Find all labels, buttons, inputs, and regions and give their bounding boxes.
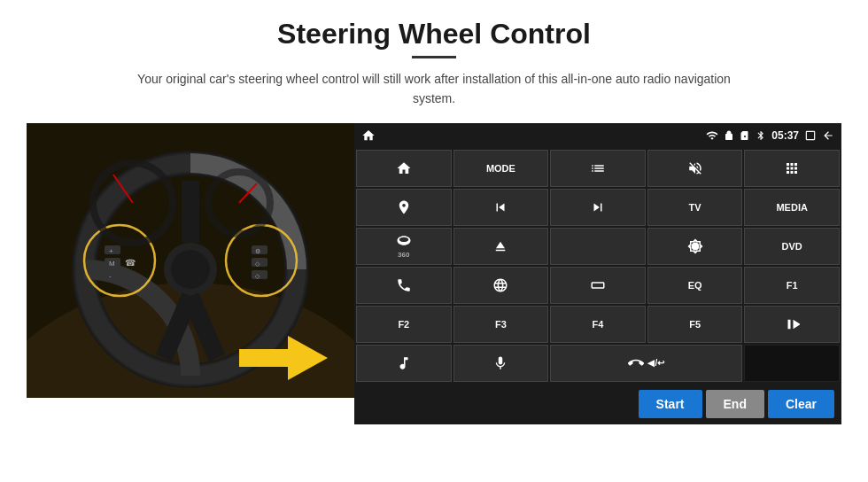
radio-panel: 05:37 MODE xyxy=(354,123,841,424)
btn-f4[interactable]: F4 xyxy=(550,306,646,343)
btn-eq[interactable]: EQ xyxy=(647,267,743,304)
btn-brightness[interactable] xyxy=(647,228,743,265)
btn-apps[interactable] xyxy=(744,150,840,187)
btn-mode[interactable]: MODE xyxy=(453,150,549,187)
btn-prev[interactable] xyxy=(453,189,549,226)
back-icon xyxy=(822,129,834,142)
end-button[interactable]: End xyxy=(706,390,764,418)
svg-text:M: M xyxy=(109,260,115,268)
start-button[interactable]: Start xyxy=(639,390,702,418)
status-left xyxy=(361,128,376,143)
page-container: Steering Wheel Control Your original car… xyxy=(0,0,868,482)
btn-list[interactable] xyxy=(550,150,646,187)
btn-f5[interactable]: F5 xyxy=(647,306,743,343)
btn-home[interactable] xyxy=(356,150,452,187)
clear-button[interactable]: Clear xyxy=(768,390,834,418)
btn-phone[interactable] xyxy=(356,267,452,304)
bluetooth-icon xyxy=(756,130,766,141)
svg-rect-13 xyxy=(105,270,120,279)
svg-rect-20 xyxy=(252,258,267,267)
btn-f2[interactable]: F2 xyxy=(356,306,452,343)
content-area: + M - ☎ ⚙ ◇ ◇ xyxy=(27,123,841,424)
btn-media[interactable]: MEDIA xyxy=(744,189,840,226)
svg-text:⚙: ⚙ xyxy=(255,248,260,254)
btn-dvd[interactable]: DVD xyxy=(744,228,840,265)
car-image-panel: + M - ☎ ⚙ ◇ ◇ xyxy=(27,123,354,398)
svg-rect-21 xyxy=(252,270,267,279)
btn-f3[interactable]: F3 xyxy=(453,306,549,343)
svg-text:☎: ☎ xyxy=(125,258,136,268)
btn-screen[interactable] xyxy=(550,267,646,304)
btn-360[interactable]: 360 xyxy=(356,228,452,265)
btn-mic[interactable] xyxy=(453,345,549,382)
window-icon xyxy=(804,129,817,142)
btn-radio[interactable] xyxy=(550,228,646,265)
btn-f1[interactable]: F1 xyxy=(744,267,840,304)
btn-next[interactable] xyxy=(550,189,646,226)
wifi-icon xyxy=(706,129,718,142)
sim-icon xyxy=(740,130,750,141)
status-time: 05:37 xyxy=(771,129,799,142)
status-home-icon xyxy=(361,128,376,143)
btn-mute[interactable] xyxy=(647,150,743,187)
svg-text:+: + xyxy=(109,247,113,255)
btn-empty xyxy=(744,345,840,382)
btn-eject[interactable] xyxy=(453,228,549,265)
svg-text:-: - xyxy=(109,272,112,280)
btn-nav[interactable] xyxy=(356,189,452,226)
btn-browser[interactable] xyxy=(453,267,549,304)
btn-tv[interactable]: TV xyxy=(647,189,743,226)
svg-rect-26 xyxy=(239,349,292,367)
btn-music[interactable] xyxy=(356,345,452,382)
btn-playpause[interactable] xyxy=(744,306,840,343)
page-title: Steering Wheel Control xyxy=(277,18,591,51)
page-subtitle: Your original car's steering wheel contr… xyxy=(124,69,744,109)
bottom-bar: Start End Clear xyxy=(354,384,841,424)
btn-phonehangup[interactable]: ◀/↩ xyxy=(550,345,742,382)
lock-icon xyxy=(724,130,734,141)
button-grid: MODE TV xyxy=(354,148,841,384)
status-icons: 05:37 xyxy=(706,129,834,142)
status-bar: 05:37 xyxy=(354,123,841,148)
svg-point-6 xyxy=(171,250,210,289)
title-divider xyxy=(412,56,456,58)
